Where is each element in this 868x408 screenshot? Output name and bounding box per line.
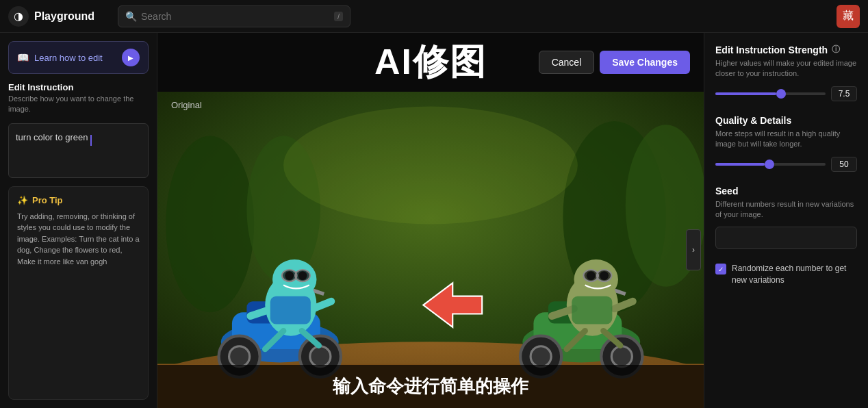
- chevron-right-button[interactable]: ›: [686, 229, 701, 270]
- scene-image: [157, 92, 704, 408]
- svg-point-12: [229, 346, 250, 367]
- search-bar[interactable]: 🔍 /: [118, 5, 350, 27]
- action-buttons: Cancel Save Changes: [539, 51, 690, 74]
- strength-slider-thumb[interactable]: [776, 89, 786, 99]
- original-label: Original: [171, 100, 202, 110]
- center-header: AI修图 Cancel Save Changes: [157, 33, 704, 92]
- pro-tip-text: Try adding, removing, or thinking of sty…: [17, 211, 140, 268]
- randomize-label: Randomize each number to get new variati…: [732, 263, 857, 286]
- strength-slider-track[interactable]: [715, 92, 826, 95]
- strength-slider-fill: [715, 92, 776, 95]
- avatar[interactable]: 藏: [837, 5, 860, 28]
- svg-point-45: [600, 271, 609, 280]
- logo-area: ◑ Playground: [8, 6, 118, 27]
- edit-instruction-desc: Describe how you want to change the imag…: [8, 94, 149, 115]
- save-button[interactable]: Save Changes: [600, 51, 690, 74]
- svg-point-37: [611, 346, 632, 367]
- bottom-caption: 输入命令进行简单的操作: [157, 365, 704, 408]
- topbar-right: 藏: [837, 5, 860, 28]
- star-icon: ✨: [17, 195, 28, 205]
- edit-instruction-section: Edit Instruction Describe how you want t…: [8, 82, 149, 115]
- quality-title: Quality & Details: [715, 115, 791, 126]
- image-area: Original: [157, 92, 704, 408]
- quality-slider-fill: [715, 163, 765, 166]
- svg-point-5: [283, 106, 578, 224]
- quality-value: 50: [831, 157, 857, 172]
- right-panel: Edit Instruction Strength ⓘ Higher value…: [704, 33, 868, 408]
- left-sidebar: 📖 Learn how to edit ▶ Edit Instruction D…: [0, 33, 157, 408]
- seed-section: Seed Different numbers result in new var…: [715, 186, 857, 250]
- randomize-row: ✓ Randomize each number to get new varia…: [715, 263, 857, 286]
- strength-value: 7.5: [831, 86, 857, 101]
- quality-slider-row: 50: [715, 157, 857, 172]
- randomize-checkbox[interactable]: ✓: [715, 264, 726, 275]
- strength-section: Edit Instruction Strength ⓘ Higher value…: [715, 44, 857, 101]
- logo-icon: ◑: [8, 6, 29, 27]
- quality-desc: More steps will result in a high quality…: [715, 129, 857, 150]
- quality-slider-thumb[interactable]: [765, 160, 774, 169]
- learn-btn-label: Learn how to edit: [34, 53, 103, 63]
- edit-instruction-title: Edit Instruction: [8, 82, 149, 92]
- svg-point-22: [298, 271, 307, 280]
- svg-point-14: [310, 346, 331, 367]
- seed-desc: Different numbers result in new variatio…: [715, 199, 857, 220]
- strength-slider-row: 7.5: [715, 86, 857, 101]
- search-input[interactable]: [141, 11, 330, 22]
- quality-slider-track[interactable]: [715, 163, 826, 166]
- info-icon: ⓘ: [832, 44, 840, 55]
- topbar: ◑ Playground 🔍 / 藏: [0, 0, 868, 33]
- main-layout: 📖 Learn how to edit ▶ Edit Instruction D…: [0, 33, 868, 408]
- image-container: 输入命令进行简单的操作: [157, 92, 704, 408]
- svg-point-21: [285, 271, 294, 280]
- logo-text: Playground: [34, 10, 94, 23]
- strength-desc: Higher values will make your edited imag…: [715, 58, 857, 79]
- svg-rect-29: [270, 296, 311, 324]
- cancel-button[interactable]: Cancel: [539, 51, 595, 74]
- svg-point-35: [531, 346, 551, 367]
- strength-title: Edit Instruction Strength: [715, 44, 828, 55]
- seed-title: Seed: [715, 186, 738, 196]
- page-title: AI修图: [374, 38, 487, 86]
- seed-input[interactable]: [715, 227, 857, 249]
- book-icon: 📖: [17, 52, 29, 63]
- play-icon: ▶: [122, 49, 140, 66]
- quality-section: Quality & Details More steps will result…: [715, 115, 857, 172]
- edit-instruction-input[interactable]: turn color to green: [8, 123, 149, 178]
- svg-rect-52: [572, 296, 612, 324]
- pro-tip-box: ✨ Pro Tip Try adding, removing, or think…: [8, 186, 149, 400]
- text-cursor: [90, 135, 92, 146]
- learn-how-to-edit-button[interactable]: 📖 Learn how to edit ▶: [8, 41, 149, 74]
- center-area: AI修图 Cancel Save Changes Original: [157, 33, 704, 408]
- search-icon: 🔍: [125, 11, 137, 22]
- svg-point-1: [166, 136, 254, 312]
- svg-point-44: [587, 271, 596, 280]
- search-kbd: /: [334, 12, 343, 21]
- pro-tip-title: Pro Tip: [32, 195, 63, 205]
